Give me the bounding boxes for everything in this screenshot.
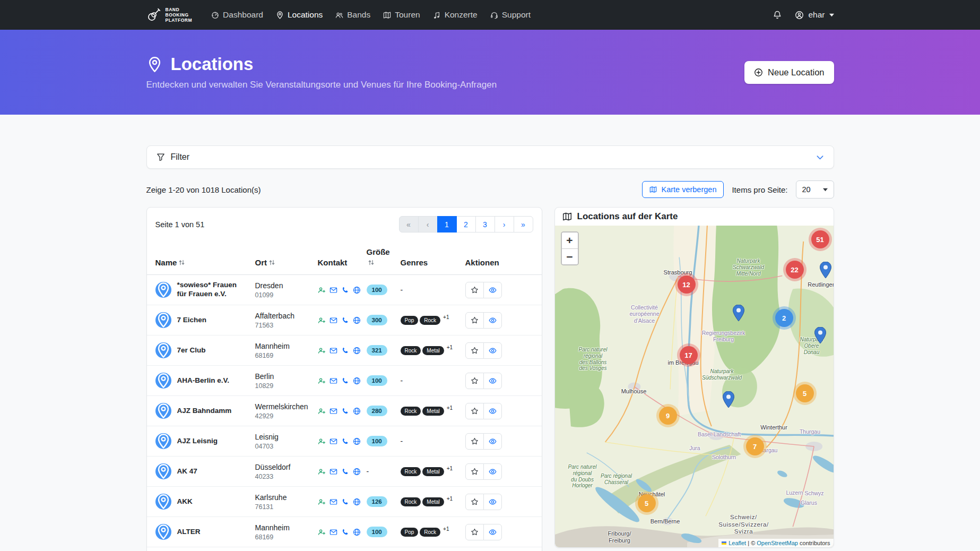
favorite-button[interactable] — [465, 373, 484, 389]
user-menu[interactable]: ehar — [795, 10, 834, 20]
phone-icon[interactable] — [341, 347, 349, 355]
globe-icon[interactable] — [353, 347, 361, 355]
nav-item-touren[interactable]: Touren — [378, 6, 425, 24]
hide-map-button[interactable]: Karte verbergen — [642, 181, 724, 198]
view-button[interactable] — [483, 373, 502, 389]
favorite-button[interactable] — [465, 312, 484, 329]
globe-icon[interactable] — [353, 498, 361, 506]
favorite-button[interactable] — [465, 342, 484, 359]
phone-icon[interactable] — [341, 407, 349, 415]
phone-icon[interactable] — [341, 286, 349, 294]
brand-logo[interactable]: BAND BOOKING PLATFORM — [146, 7, 193, 23]
envelope-icon[interactable] — [329, 468, 337, 476]
person-add-icon[interactable] — [318, 347, 326, 355]
envelope-icon[interactable] — [329, 528, 337, 536]
person-add-icon[interactable] — [318, 528, 326, 536]
map-pin-marker[interactable] — [723, 391, 734, 408]
envelope-icon[interactable] — [329, 407, 337, 415]
envelope-icon[interactable] — [329, 316, 337, 324]
phone-icon[interactable] — [341, 316, 349, 324]
view-button[interactable] — [483, 494, 502, 510]
column-header-groesse[interactable]: Größe — [362, 241, 396, 275]
new-location-label: Neue Location — [768, 67, 824, 78]
phone-icon[interactable] — [341, 498, 349, 506]
zoom-out-button[interactable]: − — [562, 248, 578, 264]
envelope-icon[interactable] — [329, 347, 337, 355]
bell-icon[interactable] — [773, 10, 782, 20]
person-add-icon[interactable] — [318, 407, 326, 415]
view-button[interactable] — [483, 312, 502, 329]
view-button[interactable] — [483, 524, 502, 540]
envelope-icon[interactable] — [329, 437, 337, 445]
leaflet-link[interactable]: Leaflet — [729, 540, 746, 546]
favorite-button[interactable] — [465, 524, 484, 540]
globe-icon[interactable] — [353, 316, 361, 324]
globe-icon[interactable] — [353, 468, 361, 476]
map-cluster-marker[interactable]: 2 — [775, 309, 793, 327]
map-pin-marker[interactable] — [814, 327, 826, 344]
star-icon — [471, 286, 479, 294]
favorite-button[interactable] — [465, 494, 484, 510]
envelope-icon[interactable] — [329, 498, 337, 506]
favorite-button[interactable] — [465, 463, 484, 480]
nav-item-dashboard[interactable]: Dashboard — [206, 6, 268, 24]
map-cluster-marker[interactable]: 22 — [786, 261, 804, 279]
user-name: ehar — [808, 10, 825, 20]
page-button-3[interactable]: 3 — [475, 216, 495, 233]
nav-item-bands[interactable]: Bands — [330, 6, 376, 24]
caret-down-icon — [829, 13, 834, 18]
globe-icon[interactable] — [353, 437, 361, 445]
view-button[interactable] — [483, 463, 502, 480]
globe-icon[interactable] — [353, 528, 361, 536]
nav-item-konzerte[interactable]: Konzerte — [428, 6, 483, 24]
envelope-icon[interactable] — [329, 286, 337, 294]
page-button-»[interactable]: » — [514, 216, 533, 233]
favorite-button[interactable] — [465, 282, 484, 298]
page-button-‹[interactable]: ‹ — [418, 216, 438, 233]
map-cluster-marker[interactable]: 17 — [680, 346, 698, 364]
page-button-2[interactable]: 2 — [456, 216, 476, 233]
map-cluster-marker[interactable]: 7 — [746, 437, 764, 455]
page-button-«[interactable]: « — [399, 216, 419, 233]
phone-icon[interactable] — [341, 468, 349, 476]
person-add-icon[interactable] — [318, 377, 326, 385]
map-cluster-marker[interactable]: 12 — [678, 276, 696, 294]
osm-link[interactable]: OpenStreetMap — [757, 540, 798, 546]
nav-item-locations[interactable]: Locations — [271, 6, 328, 24]
map-icon — [562, 212, 572, 221]
map-cluster-marker[interactable]: 5 — [796, 384, 814, 402]
filter-panel[interactable]: Filter — [146, 145, 834, 169]
person-add-icon[interactable] — [318, 316, 326, 324]
zoom-in-button[interactable]: + — [562, 233, 578, 248]
map-pin-marker[interactable] — [733, 305, 744, 322]
map-cluster-marker[interactable]: 51 — [811, 230, 829, 248]
phone-icon[interactable] — [341, 437, 349, 445]
nav-item-support[interactable]: Support — [485, 6, 536, 24]
person-add-icon[interactable] — [318, 286, 326, 294]
person-add-icon[interactable] — [318, 437, 326, 445]
column-header-ort[interactable]: Ort — [251, 241, 314, 275]
phone-icon[interactable] — [341, 528, 349, 536]
envelope-icon[interactable] — [329, 377, 337, 385]
map-area[interactable]: + − Leaflet | © OpenStreetMap contributo… — [555, 226, 834, 547]
globe-icon[interactable] — [353, 286, 361, 294]
map-cluster-marker[interactable]: 9 — [659, 407, 677, 425]
new-location-button[interactable]: Neue Location — [744, 61, 834, 84]
map-pin-marker[interactable] — [820, 262, 831, 279]
view-button[interactable] — [483, 342, 502, 359]
person-add-icon[interactable] — [318, 468, 326, 476]
page-button-›[interactable]: › — [495, 216, 514, 233]
column-header-name[interactable]: Name — [147, 241, 251, 275]
view-button[interactable] — [483, 403, 502, 419]
globe-icon[interactable] — [353, 407, 361, 415]
view-button[interactable] — [483, 282, 502, 298]
globe-icon[interactable] — [353, 377, 361, 385]
page-button-1[interactable]: 1 — [437, 216, 457, 233]
items-per-page-select[interactable]: 20 — [796, 180, 834, 199]
person-add-icon[interactable] — [318, 498, 326, 506]
map-cluster-marker[interactable]: 5 — [638, 494, 656, 512]
view-button[interactable] — [483, 433, 502, 450]
phone-icon[interactable] — [341, 377, 349, 385]
favorite-button[interactable] — [465, 433, 484, 450]
favorite-button[interactable] — [465, 403, 484, 419]
